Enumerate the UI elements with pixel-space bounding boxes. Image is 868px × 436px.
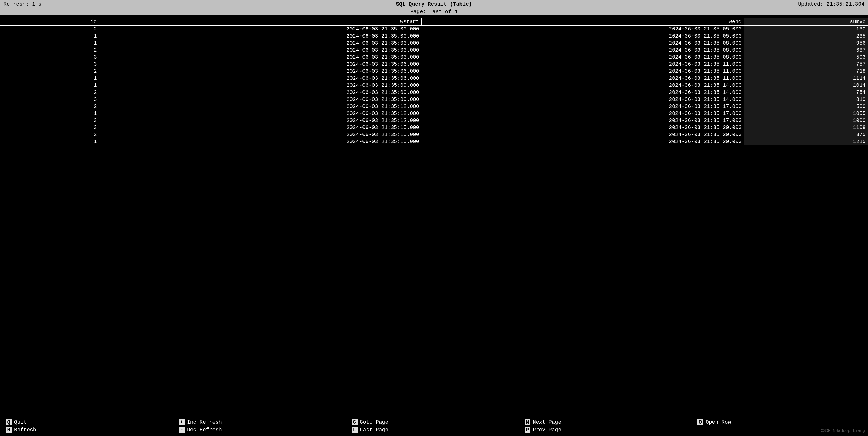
cell-sumvc: 956	[744, 39, 868, 47]
table-row: 32024-06-03 21:35:03.0002024-06-03 21:35…	[0, 54, 868, 61]
cell-wend: 2024-06-03 21:35:20.000	[422, 138, 744, 145]
cell-wstart: 2024-06-03 21:35:12.000	[99, 103, 422, 110]
cell-wstart: 2024-06-03 21:35:00.000	[99, 33, 422, 39]
footer-shortcut-group: OOpen Row	[698, 419, 868, 426]
cell-wend: 2024-06-03 21:35:17.000	[422, 110, 744, 117]
key-label-quit: Quit	[14, 419, 27, 425]
cell-wend: 2024-06-03 21:35:05.000	[422, 26, 744, 33]
col-header-id: id	[0, 18, 99, 26]
footer-shortcut-item[interactable]: +Inc Refresh	[179, 419, 222, 426]
footer-shortcut-group: GGoto PageLLast Page	[352, 419, 525, 433]
table-row: 22024-06-03 21:35:09.0002024-06-03 21:35…	[0, 89, 868, 96]
cell-wend: 2024-06-03 21:35:05.000	[422, 33, 744, 39]
cell-wend: 2024-06-03 21:35:14.000	[422, 96, 744, 103]
cell-sumvc: 375	[744, 131, 868, 138]
col-header-sumvc: sumVc	[744, 18, 868, 26]
cell-wstart: 2024-06-03 21:35:03.000	[99, 39, 422, 47]
footer-shortcut-item[interactable]: OOpen Row	[698, 419, 731, 426]
key-label-dec-refresh: Dec Refresh	[187, 427, 222, 433]
cell-wstart: 2024-06-03 21:35:12.000	[99, 117, 422, 124]
key-label-last-page: Last Page	[360, 427, 388, 433]
results-table: id wstart wend sumVc 22024-06-03 21:35:0…	[0, 18, 868, 145]
header: Refresh: 1 s SQL Query Result (Table) Up…	[0, 0, 868, 8]
key-badge-g: G	[352, 419, 358, 426]
key-badge-n: N	[525, 419, 530, 426]
cell-wstart: 2024-06-03 21:35:15.000	[99, 131, 422, 138]
cell-sumvc: 1000	[744, 117, 868, 124]
cell-wstart: 2024-06-03 21:35:15.000	[99, 138, 422, 145]
cell-wstart: 2024-06-03 21:35:15.000	[99, 124, 422, 131]
table-row: 12024-06-03 21:35:06.0002024-06-03 21:35…	[0, 75, 868, 82]
cell-id: 2	[0, 68, 99, 75]
table-row: 12024-06-03 21:35:15.0002024-06-03 21:35…	[0, 138, 868, 145]
key-label-prev-page: Prev Page	[533, 427, 561, 433]
key-badge-p: P	[525, 427, 530, 433]
subheader: Page: Last of 1	[0, 8, 868, 15]
footer-shortcut-group: NNext PagePPrev Page	[525, 419, 698, 433]
updated-info: Updated: 21:35:21.304	[747, 1, 865, 7]
cell-id: 2	[0, 89, 99, 96]
col-header-wend: wend	[422, 18, 744, 26]
table-row: 12024-06-03 21:35:09.0002024-06-03 21:35…	[0, 82, 868, 89]
footer-shortcut-item[interactable]: QQuit	[6, 419, 36, 426]
cell-wend: 2024-06-03 21:35:17.000	[422, 103, 744, 110]
cell-id: 3	[0, 96, 99, 103]
footer-shortcut-item[interactable]: NNext Page	[525, 419, 561, 426]
key-badge-r: R	[6, 427, 12, 433]
cell-wend: 2024-06-03 21:35:08.000	[422, 47, 744, 54]
cell-sumvc: 1108	[744, 124, 868, 131]
cell-sumvc: 1114	[744, 75, 868, 82]
table-row: 22024-06-03 21:35:06.0002024-06-03 21:35…	[0, 68, 868, 75]
cell-wstart: 2024-06-03 21:35:06.000	[99, 75, 422, 82]
cell-sumvc: 819	[744, 96, 868, 103]
cell-wend: 2024-06-03 21:35:14.000	[422, 89, 744, 96]
table-row: 22024-06-03 21:35:03.0002024-06-03 21:35…	[0, 47, 868, 54]
table-row: 32024-06-03 21:35:09.0002024-06-03 21:35…	[0, 96, 868, 103]
footer-row: QQuitRRefresh+Inc Refresh-Dec RefreshGGo…	[6, 419, 862, 433]
footer-shortcut-item[interactable]: RRefresh	[6, 427, 36, 433]
header-title: SQL Query Result (Table)	[121, 1, 747, 7]
table-row: 22024-06-03 21:35:15.0002024-06-03 21:35…	[0, 131, 868, 138]
cell-wend: 2024-06-03 21:35:11.000	[422, 75, 744, 82]
cell-wstart: 2024-06-03 21:35:06.000	[99, 68, 422, 75]
cell-wstart: 2024-06-03 21:35:12.000	[99, 110, 422, 117]
key-label-open-row: Open Row	[706, 419, 731, 425]
cell-id: 1	[0, 82, 99, 89]
col-header-wstart: wstart	[99, 18, 422, 26]
cell-sumvc: 754	[744, 89, 868, 96]
cell-wend: 2024-06-03 21:35:11.000	[422, 68, 744, 75]
cell-id: 3	[0, 61, 99, 68]
cell-wend: 2024-06-03 21:35:14.000	[422, 82, 744, 89]
cell-id: 3	[0, 124, 99, 131]
footer-shortcut-item[interactable]: LLast Page	[352, 427, 388, 433]
cell-sumvc: 530	[744, 103, 868, 110]
footer-shortcut-item[interactable]: -Dec Refresh	[179, 427, 222, 433]
footer-shortcut-item[interactable]: GGoto Page	[352, 419, 388, 426]
key-badge--: -	[179, 427, 185, 433]
key-label-inc-refresh: Inc Refresh	[187, 419, 222, 425]
key-badge-+: +	[179, 419, 185, 426]
cell-sumvc: 1055	[744, 110, 868, 117]
cell-wstart: 2024-06-03 21:35:06.000	[99, 61, 422, 68]
cell-wstart: 2024-06-03 21:35:00.000	[99, 26, 422, 33]
table-row: 22024-06-03 21:35:12.0002024-06-03 21:35…	[0, 103, 868, 110]
cell-id: 2	[0, 131, 99, 138]
cell-id: 1	[0, 39, 99, 47]
table-row: 22024-06-03 21:35:00.0002024-06-03 21:35…	[0, 26, 868, 33]
footer-shortcut-group: QQuitRRefresh	[6, 419, 179, 433]
table-row: 12024-06-03 21:35:12.0002024-06-03 21:35…	[0, 110, 868, 117]
key-badge-l: L	[352, 427, 358, 433]
cell-wstart: 2024-06-03 21:35:03.000	[99, 54, 422, 61]
cell-id: 2	[0, 47, 99, 54]
table-row: 32024-06-03 21:35:06.0002024-06-03 21:35…	[0, 61, 868, 68]
page-info: Page: Last of 1	[410, 9, 458, 14]
cell-id: 3	[0, 54, 99, 61]
cell-id: 1	[0, 75, 99, 82]
cell-sumvc: 1014	[744, 82, 868, 89]
cell-wstart: 2024-06-03 21:35:09.000	[99, 89, 422, 96]
cell-sumvc: 130	[744, 26, 868, 33]
cell-sumvc: 718	[744, 68, 868, 75]
cell-wstart: 2024-06-03 21:35:09.000	[99, 82, 422, 89]
footer-shortcut-item[interactable]: PPrev Page	[525, 427, 561, 433]
cell-wstart: 2024-06-03 21:35:03.000	[99, 47, 422, 54]
